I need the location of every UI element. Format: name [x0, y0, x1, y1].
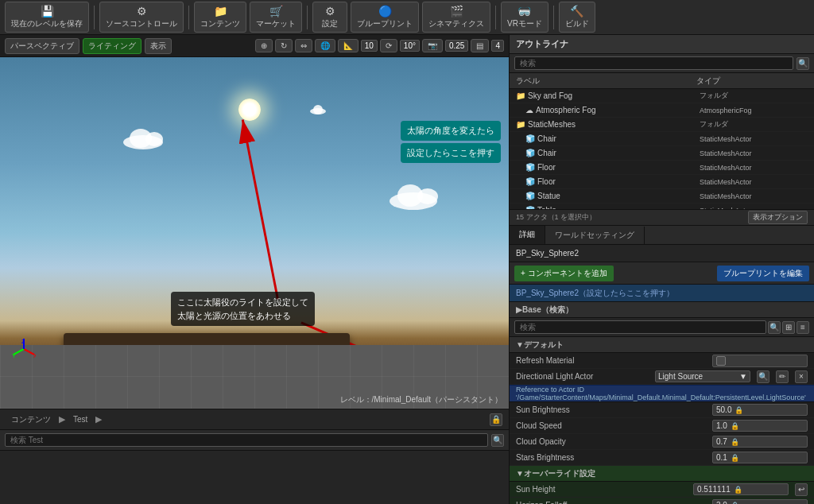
- add-component-button[interactable]: + コンポーネントを追加: [514, 266, 614, 281]
- refresh-material-value[interactable]: [712, 355, 808, 367]
- outliner: アウトライナ 🔍 ラベル タイプ 📁 Sky and Fog フォルダ: [510, 35, 814, 226]
- details-selected-info: BP_Sky_Sphere2（設定したらここを押す）: [510, 285, 814, 302]
- details-search-row: 🔍 ⊞ ≡: [510, 318, 814, 337]
- content-icon: 📁: [214, 5, 227, 17]
- list-item[interactable]: 🧊 Floor StaticMeshActor: [510, 161, 814, 175]
- dropdown-arrow-icon: ▼: [739, 372, 747, 381]
- content-search-button[interactable]: 🔍: [491, 434, 504, 447]
- viewport[interactable]: ここに太陽役のライトを設定して 太陽と光源の位置をあわせる 太陽の角度を変えたら…: [0, 57, 509, 409]
- content-browser-content: [0, 451, 509, 504]
- perspective-button[interactable]: パースペクティブ: [5, 38, 79, 54]
- cloud-opacity-value[interactable]: 0.7 🔒: [712, 436, 808, 448]
- settings-button[interactable]: ⚙ 設定: [312, 2, 347, 33]
- separator: [553, 6, 554, 29]
- market-icon: 🛒: [269, 5, 283, 17]
- outliner-table-header: ラベル タイプ: [510, 73, 814, 89]
- mesh-icon: 🧊: [525, 177, 535, 186]
- directional-light-edit-button[interactable]: ✏: [776, 370, 789, 383]
- outliner-search-input[interactable]: [514, 56, 793, 70]
- stars-brightness-value[interactable]: 0.1 🔒: [712, 452, 808, 463]
- top-toolbar: 💾 現在のレベルを保存 ⚙ ソースコントロール 📁 コンテンツ 🛒 マーケット …: [0, 0, 814, 35]
- details-list-button[interactable]: ≡: [797, 321, 809, 334]
- vr-icon: 🥽: [517, 5, 531, 17]
- sun-brightness-row: Sun Brightness 50.0 🔒: [510, 402, 814, 418]
- directional-light-clear-button[interactable]: ×: [795, 370, 808, 383]
- stars-brightness-row: Stars Brightness 0.1 🔒: [510, 450, 814, 466]
- list-item[interactable]: 🧊 Chair StaticMeshActor: [510, 132, 814, 146]
- details-panel: 詳細 ワールドセッティング BP_Sky_Sphere2 + コンポーネントを追…: [510, 226, 814, 504]
- show-options-button[interactable]: 表示オプション: [748, 211, 808, 224]
- default-section-header[interactable]: ▼ デフォルト: [510, 337, 814, 353]
- mesh-icon: 🧊: [525, 149, 535, 157]
- cinematics-button[interactable]: 🎬 シネマティクス: [422, 2, 490, 33]
- build-button[interactable]: 🔨 ビルド: [559, 2, 595, 33]
- save-level-button[interactable]: 💾 現在のレベルを保存: [5, 2, 89, 33]
- viewport-toolbar: パースペクティブ ライティング 表示 ⊕ ↻ ⇔ 🌐 📐 10 ⟳ 10° 📷 …: [0, 35, 509, 57]
- outliner-list: 📁 Sky and Fog フォルダ ☁ Atmospheric Fog Atm…: [510, 89, 814, 209]
- svg-text:X: X: [33, 353, 36, 359]
- viewport-snap-button[interactable]: 📐: [338, 39, 359, 52]
- source-control-button[interactable]: ⚙ ソースコントロール: [99, 2, 184, 33]
- list-item[interactable]: 🧊 Statue StaticMeshActor: [510, 189, 814, 204]
- tab-world-settings[interactable]: ワールドセッティング: [545, 227, 645, 244]
- cloud-speed-value[interactable]: 1.0 🔒: [712, 420, 808, 432]
- details-search-input[interactable]: [514, 320, 766, 334]
- content-lock-button[interactable]: 🔒: [490, 413, 502, 426]
- blueprint-button[interactable]: 🔵 ブループリント: [351, 2, 419, 33]
- viewport-layers-button[interactable]: ▤: [471, 39, 489, 52]
- breadcrumb-arrow2: ▶: [95, 414, 102, 425]
- mesh-icon: 🧊: [525, 192, 535, 200]
- sun-height-row: Sun Height 0.511111 🔒 ↩: [510, 482, 814, 498]
- list-item[interactable]: 📁 Sky and Fog フォルダ: [510, 89, 814, 103]
- horizon-falloff-value[interactable]: 3.0 🔒: [712, 499, 808, 504]
- horizon-falloff-row: Horizon Falloff 3.0 🔒: [510, 498, 814, 504]
- details-name-bar: BP_Sky_Sphere2: [510, 245, 814, 262]
- sun-height-value[interactable]: 0.511111 🔒: [693, 483, 789, 495]
- viewport-world-button[interactable]: 🌐: [315, 39, 335, 52]
- lock-icon: 🔒: [731, 502, 739, 505]
- content-breadcrumb-root[interactable]: コンテンツ: [6, 413, 56, 427]
- content-search-input[interactable]: [5, 433, 488, 447]
- base-section-header[interactable]: ▶ Base（検索）: [510, 302, 814, 318]
- separator: [307, 6, 308, 29]
- refresh-material-checkbox[interactable]: [716, 356, 726, 366]
- list-item[interactable]: 🧊 Table StaticMeshActor: [510, 204, 814, 209]
- list-item[interactable]: 📁 StaticMeshes フォルダ: [510, 118, 814, 132]
- right-panel: アウトライナ 🔍 ラベル タイプ 📁 Sky and Fog フォルダ: [509, 35, 814, 504]
- viewport-angle-button[interactable]: ⟳: [380, 39, 397, 52]
- market-button[interactable]: 🛒 マーケット: [250, 2, 302, 33]
- blueprint-icon: 🔵: [378, 5, 392, 17]
- content-button[interactable]: 📁 コンテンツ: [194, 2, 246, 33]
- tab-details[interactable]: 詳細: [510, 226, 545, 244]
- outliner-search-button[interactable]: 🔍: [797, 57, 809, 70]
- source-control-icon: ⚙: [137, 5, 147, 17]
- separator: [188, 6, 189, 29]
- show-button[interactable]: 表示: [145, 38, 172, 54]
- details-grid-button[interactable]: ⊞: [782, 321, 795, 334]
- details-search-button[interactable]: 🔍: [768, 321, 781, 334]
- content-breadcrumb-test[interactable]: Test: [68, 413, 92, 425]
- vr-button[interactable]: 🥽 VRモード: [501, 2, 548, 33]
- viewport-scale-button[interactable]: ⇔: [295, 39, 312, 52]
- viewport-rotate-button[interactable]: ↻: [275, 39, 293, 52]
- directional-light-dropdown[interactable]: Light Source ▼: [655, 370, 750, 382]
- list-item[interactable]: 🧊 Floor StaticMeshActor: [510, 175, 814, 189]
- sun-brightness-value[interactable]: 50.0 🔒: [712, 404, 808, 416]
- edit-blueprint-button[interactable]: ブループリントを編集: [717, 266, 809, 281]
- viewport-snap-value: 10: [361, 40, 378, 52]
- viewport-cam-button[interactable]: 📷: [422, 39, 443, 52]
- list-item[interactable]: ☁ Atmospheric Fog AtmosphericFog: [510, 103, 814, 118]
- directional-light-search-button[interactable]: 🔍: [757, 370, 769, 383]
- mesh-icon: 🧊: [525, 163, 535, 172]
- annotation-bubble-2: 太陽の角度を変えたら: [401, 121, 501, 141]
- outliner-footer: 15 アクタ（1 を選択中） 表示オプション: [510, 209, 814, 225]
- lighting-button[interactable]: ライティング: [83, 38, 141, 54]
- sun-height-reset-button[interactable]: ↩: [795, 483, 808, 496]
- mesh-icon: 🧊: [525, 134, 535, 143]
- folder-icon: 📁: [516, 120, 525, 129]
- cloud-opacity-row: Cloud Opacity 0.7 🔒: [510, 434, 814, 450]
- tooltip-bar: Reference to Actor ID '/Game/StarterCont…: [510, 385, 814, 402]
- viewport-move-button[interactable]: ⊕: [255, 39, 273, 52]
- override-section-header[interactable]: ▼ オーバーライド設定: [510, 466, 814, 482]
- list-item[interactable]: 🧊 Chair StaticMeshActor: [510, 146, 814, 161]
